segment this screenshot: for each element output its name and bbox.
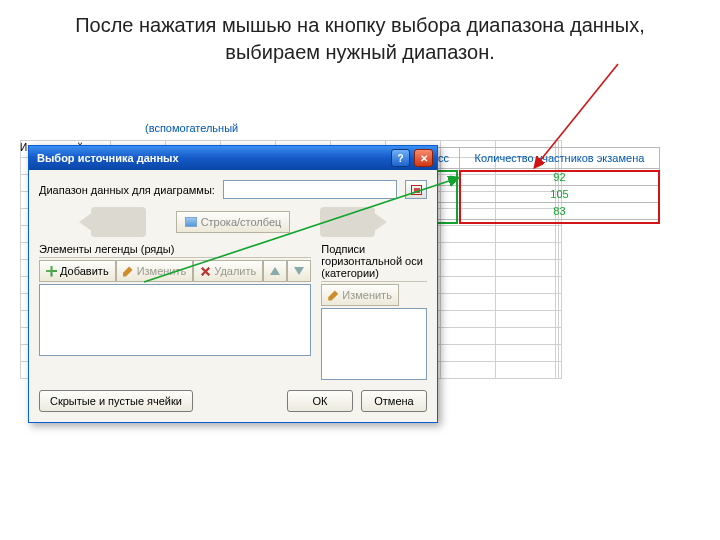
cell-count[interactable]: 83 (459, 203, 659, 220)
dialog-titlebar[interactable]: Выбор источника данных ? ✕ (29, 146, 437, 170)
move-up-button[interactable] (263, 260, 287, 282)
legend-panel-label: Элементы легенды (ряды) (39, 243, 311, 258)
edit-axis-labels-button[interactable]: Изменить (321, 284, 399, 306)
chart-data-range-input[interactable] (223, 180, 397, 199)
remove-series-button[interactable]: Удалить (193, 260, 263, 282)
table-row[interactable]: 9 83 (409, 203, 660, 220)
cancel-button[interactable]: Отмена (361, 390, 427, 412)
arrow-right-icon (320, 207, 375, 237)
select-data-source-dialog: Выбор источника данных ? ✕ Диапазон данн… (28, 145, 438, 423)
col-header-count: Количество участников экзамена (459, 148, 659, 169)
axis-panel-label: Подписи горизонтальной оси (категории) (321, 243, 427, 282)
arrow-down-icon (294, 267, 304, 275)
sheet-data-table[interactable]: Класс Количество участников экзамена 1 9… (408, 147, 660, 220)
close-button[interactable]: ✕ (414, 149, 433, 167)
range-label: Диапазон данных для диаграммы: (39, 184, 215, 196)
pencil-icon (123, 266, 134, 277)
range-picker-icon (411, 185, 422, 195)
range-picker-button[interactable] (405, 180, 427, 199)
help-button[interactable]: ? (391, 149, 410, 167)
hidden-empty-cells-button[interactable]: Скрытые и пустые ячейки (39, 390, 193, 412)
dialog-title: Выбор источника данных (37, 152, 179, 164)
slide-title: После нажатия мышью на кнопку выбора диа… (0, 0, 720, 66)
legend-series-list[interactable] (39, 284, 311, 356)
arrow-up-icon (270, 267, 280, 275)
ok-button[interactable]: ОК (287, 390, 353, 412)
pencil-icon (328, 290, 339, 301)
arrow-left-icon (91, 207, 146, 237)
plus-icon (46, 266, 57, 277)
axis-labels-list[interactable] (321, 308, 427, 380)
switch-icon (185, 217, 197, 227)
cell-count[interactable]: 105 (459, 186, 659, 203)
table-row[interactable]: 5 105 (409, 186, 660, 203)
table-row[interactable]: 1 92 (409, 169, 660, 186)
add-series-button[interactable]: Добавить (39, 260, 116, 282)
aux-column-header: (вспомогательный (145, 122, 238, 134)
cell-count[interactable]: 92 (459, 169, 659, 186)
move-down-button[interactable] (287, 260, 311, 282)
x-icon (198, 263, 214, 279)
switch-row-column-button[interactable]: Строка/столбец (176, 211, 291, 233)
edit-series-button[interactable]: Изменить (116, 260, 194, 282)
